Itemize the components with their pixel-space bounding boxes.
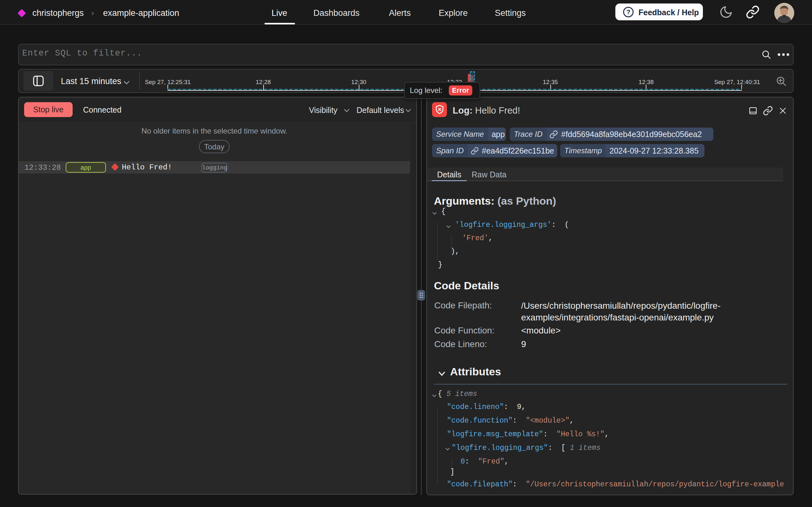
svg-text:?: ?: [626, 9, 630, 15]
